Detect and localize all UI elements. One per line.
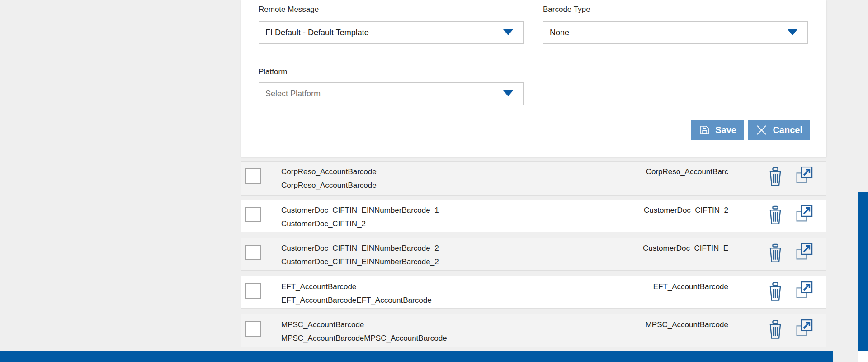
chevron-down-icon — [503, 90, 513, 96]
barcode-row: CustomerDoc_CIFTIN_EINNumberBarcode_1 Cu… — [241, 200, 826, 232]
row-name: CorpReso_AccountBarcode — [281, 167, 377, 176]
barcode-row: MPSC_AccountBarcode MPSC_AccountBarcodeM… — [241, 314, 826, 347]
row-description: CustomerDoc_CIFTIN_2 — [281, 219, 366, 229]
row-name: CustomerDoc_CIFTIN_EINNumberBarcode_2 — [281, 244, 439, 253]
row-value: CustomerDoc_CIFTIN_2 — [644, 206, 728, 215]
row-value: CorpReso_AccountBarc — [646, 167, 728, 176]
trash-icon — [767, 319, 783, 340]
open-in-new-icon — [795, 242, 814, 262]
trash-icon — [767, 281, 783, 302]
trash-icon — [767, 243, 783, 264]
delete-row-button[interactable] — [767, 243, 783, 265]
row-checkbox[interactable] — [245, 207, 261, 222]
row-value: MPSC_AccountBarcode — [646, 320, 728, 329]
row-description: EFT_AccountBarcodeEFT_AccountBarcode — [281, 296, 432, 305]
barcode-type-label: Barcode Type — [543, 5, 590, 14]
trash-icon — [767, 167, 783, 187]
row-checkbox[interactable] — [245, 283, 261, 299]
open-in-new-icon — [795, 165, 814, 186]
save-button[interactable]: Save — [691, 120, 744, 140]
row-name: CustomerDoc_CIFTIN_EINNumberBarcode_1 — [281, 206, 439, 215]
delete-row-button[interactable] — [767, 167, 783, 189]
open-row-button[interactable] — [795, 204, 814, 226]
platform-placeholder: Select Platform — [265, 83, 321, 105]
barcode-row: CorpReso_AccountBarcode CorpReso_Account… — [241, 161, 826, 196]
chevron-down-icon — [503, 29, 513, 35]
row-checkbox[interactable] — [245, 168, 261, 184]
open-row-button[interactable] — [795, 242, 814, 264]
remote-message-select[interactable]: FI Default - Default Template — [259, 21, 524, 44]
trash-icon — [767, 205, 783, 226]
open-row-button[interactable] — [795, 318, 814, 340]
open-row-button[interactable] — [795, 165, 814, 187]
cancel-button[interactable]: Cancel — [748, 120, 810, 140]
row-description: CustomerDoc_CIFTIN_EINNumberBarcode_2 — [281, 257, 439, 267]
open-in-new-icon — [795, 280, 814, 301]
open-in-new-icon — [795, 318, 814, 339]
barcode-row: EFT_AccountBarcode EFT_AccountBarcodeEFT… — [241, 276, 826, 309]
row-value: EFT_AccountBarcode — [653, 282, 728, 291]
vertical-scrollbar[interactable] — [858, 192, 868, 351]
delete-row-button[interactable] — [767, 281, 783, 304]
row-checkbox[interactable] — [245, 245, 261, 260]
footer-bar — [0, 351, 833, 362]
row-value: CustomerDoc_CIFTIN_E — [643, 244, 728, 253]
barcode-settings-panel: Remote Message FI Default - Default Temp… — [241, 0, 826, 157]
open-row-button[interactable] — [795, 280, 814, 302]
delete-row-button[interactable] — [767, 205, 783, 227]
remote-message-label: Remote Message — [259, 5, 319, 14]
delete-row-button[interactable] — [767, 319, 783, 342]
row-description: CorpReso_AccountBarcode — [281, 181, 377, 190]
barcode-type-value: None — [550, 22, 569, 43]
save-button-label: Save — [715, 125, 736, 135]
platform-label: Platform — [259, 67, 287, 76]
row-checkbox[interactable] — [245, 321, 261, 337]
cancel-button-label: Cancel — [773, 125, 802, 135]
row-description: MPSC_AccountBarcodeMPSC_AccountBarcode — [281, 334, 447, 343]
platform-select[interactable]: Select Platform — [259, 82, 524, 105]
barcode-row: CustomerDoc_CIFTIN_EINNumberBarcode_2 Cu… — [241, 238, 826, 271]
cancel-x-icon — [755, 124, 768, 136]
row-name: MPSC_AccountBarcode — [281, 320, 364, 329]
scrollbar-corner — [858, 351, 868, 362]
barcode-type-select[interactable]: None — [543, 21, 808, 44]
remote-message-value: FI Default - Default Template — [265, 22, 369, 43]
open-in-new-icon — [795, 204, 814, 224]
save-floppy-icon — [699, 124, 710, 136]
row-name: EFT_AccountBarcode — [281, 282, 356, 291]
chevron-down-icon — [788, 29, 797, 35]
